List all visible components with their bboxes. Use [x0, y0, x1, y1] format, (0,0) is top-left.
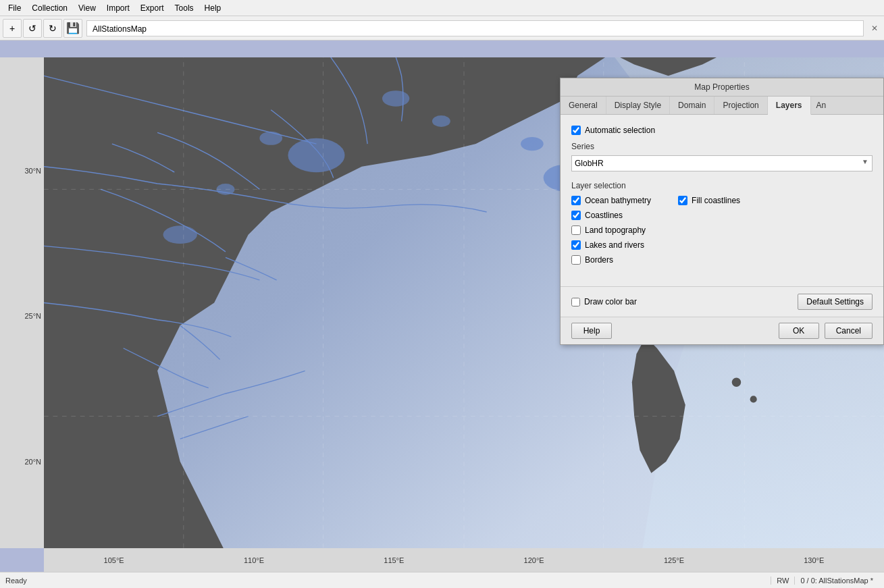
menu-view[interactable]: View [73, 2, 101, 14]
layer-selection-label: Layer selection [571, 181, 873, 190]
document-title: AllStationsMap [86, 20, 864, 36]
layer-fill-coastlines: Fill coastlines [678, 196, 740, 205]
layer-land-topography: Land topography [571, 225, 651, 235]
x-label-125e: 125°E [664, 556, 684, 564]
svg-point-6 [382, 90, 409, 107]
automatic-selection-checkbox[interactable] [571, 126, 581, 135]
y-axis: 30°N 25°N 20°N [0, 57, 44, 548]
y-label-20n: 20°N [24, 458, 41, 466]
x-label-115e: 115°E [384, 556, 404, 564]
fill-coastlines-label: Fill coastlines [692, 196, 740, 205]
undo-button[interactable]: ↺ [23, 19, 42, 38]
tab-an[interactable]: An [811, 97, 832, 114]
layer-borders: Borders [571, 255, 651, 265]
x-label-120e: 120°E [524, 556, 544, 564]
menu-file[interactable]: File [3, 2, 26, 14]
x-label-130e: 130°E [804, 556, 824, 564]
default-settings-button[interactable]: Default Settings [798, 294, 873, 310]
dialog-tabs: General Display Style Domain Projection … [561, 97, 883, 115]
lakes-rivers-checkbox[interactable] [571, 240, 581, 250]
coastlines-label: Coastlines [585, 211, 623, 220]
automatic-selection-label: Automatic selection [585, 126, 655, 135]
layer-coastlines: Coastlines [571, 211, 651, 220]
menubar: File Collection View Import Export Tools… [0, 0, 884, 16]
ocean-bathymetry-checkbox[interactable] [571, 196, 581, 205]
tab-projection[interactable]: Projection [714, 97, 767, 114]
land-topography-label: Land topography [585, 225, 646, 235]
svg-point-8 [259, 132, 282, 145]
automatic-selection-row: Automatic selection [571, 126, 873, 135]
tab-domain[interactable]: Domain [670, 97, 714, 114]
draw-color-bar-label: Draw color bar [584, 297, 637, 306]
series-select[interactable]: GlobHR [571, 155, 873, 171]
svg-point-1 [732, 377, 741, 386]
layer-ocean-bathymetry: Ocean bathymetry [571, 196, 651, 205]
dialog-bottom-section: Draw color bar Default Settings [561, 286, 883, 317]
x-axis: 105°E 110°E 115°E 120°E 125°E 130°E [44, 548, 884, 572]
x-label-105e: 105°E [104, 556, 124, 564]
land-topography-checkbox[interactable] [571, 225, 581, 235]
series-label: Series [571, 142, 873, 151]
map-properties-dialog: Map Properties General Display Style Dom… [560, 78, 884, 345]
menu-export[interactable]: Export [135, 2, 170, 14]
status-info: 0 / 0: AllStationsMap * [795, 577, 879, 585]
main-area: 30°N 25°N 20°N [0, 41, 884, 572]
menu-collection[interactable]: Collection [26, 2, 73, 14]
coastlines-checkbox[interactable] [571, 211, 581, 220]
close-button[interactable]: ✕ [868, 22, 881, 35]
tab-general[interactable]: General [561, 97, 606, 114]
status-rw: RW [771, 577, 795, 585]
layer-col-left: Ocean bathymetry Coastlines Land topogra… [571, 196, 651, 265]
y-label-25n: 25°N [24, 312, 41, 320]
cancel-button[interactable]: Cancel [825, 323, 873, 339]
ok-button[interactable]: OK [779, 323, 819, 339]
layer-lakes-rivers: Lakes and rivers [571, 240, 651, 250]
svg-point-5 [432, 115, 450, 127]
fill-coastlines-checkbox[interactable] [678, 196, 687, 205]
help-button[interactable]: Help [571, 323, 612, 339]
borders-checkbox[interactable] [571, 255, 581, 265]
statusbar: Ready RW 0 / 0: AllStationsMap * [0, 572, 884, 588]
redo-button[interactable]: ↻ [43, 19, 62, 38]
ocean-bathymetry-label: Ocean bathymetry [585, 196, 651, 205]
series-select-wrapper: GlobHR [571, 155, 873, 171]
status-ready: Ready [5, 577, 771, 585]
layer-columns: Ocean bathymetry Coastlines Land topogra… [571, 196, 873, 265]
svg-point-10 [163, 225, 197, 244]
x-label-110e: 110°E [244, 556, 264, 564]
svg-point-4 [521, 137, 544, 151]
save-button[interactable]: 💾 [63, 19, 82, 38]
svg-point-2 [750, 396, 757, 402]
dialog-content: Automatic selection Series GlobHR Layer … [561, 115, 883, 286]
menu-help[interactable]: Help [199, 2, 227, 14]
draw-color-bar-checkbox[interactable] [571, 298, 580, 306]
layer-col-right: Fill coastlines [678, 196, 740, 265]
dialog-title: Map Properties [561, 78, 883, 97]
borders-label: Borders [585, 255, 613, 265]
tab-display-style[interactable]: Display Style [606, 97, 670, 114]
tab-layers[interactable]: Layers [768, 97, 811, 115]
menu-import[interactable]: Import [101, 2, 135, 14]
new-button[interactable]: + [3, 19, 22, 38]
svg-point-7 [288, 138, 344, 172]
lakes-rivers-label: Lakes and rivers [585, 240, 644, 250]
draw-color-bar-row: Draw color bar [571, 297, 792, 306]
menu-tools[interactable]: Tools [170, 2, 199, 14]
toolbar: + ↺ ↻ 💾 AllStationsMap ✕ [0, 16, 884, 41]
dialog-action-buttons: Help OK Cancel [561, 317, 883, 344]
y-label-30n: 30°N [24, 167, 41, 175]
